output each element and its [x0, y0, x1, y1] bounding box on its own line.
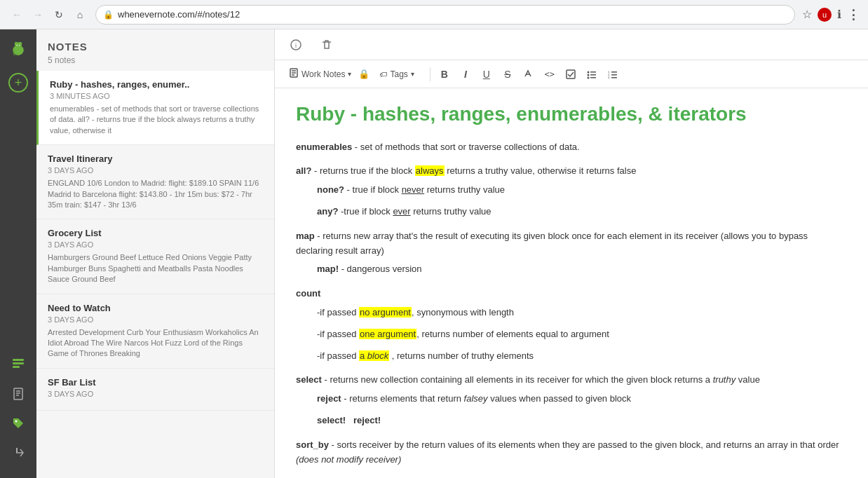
tags-label: Tags	[390, 69, 407, 79]
shield-icon[interactable]: u	[818, 8, 832, 22]
svg-rect-9	[14, 388, 22, 400]
svg-rect-7	[13, 362, 24, 364]
notebook-label: Work Notes	[301, 69, 345, 79]
select-term: select	[296, 374, 322, 385]
note-date-1: 3 MINUTES AGO	[50, 92, 263, 100]
editor-top-toolbar: i	[275, 29, 868, 60]
note-item-2[interactable]: Travel Itinerary 3 DAYS AGO ENGLAND 10/6…	[36, 145, 274, 219]
icon-sidebar: +	[0, 29, 36, 478]
svg-rect-6	[13, 359, 24, 361]
bottom-icon-group	[7, 353, 29, 471]
note-title-4: Need to Watch	[48, 303, 263, 313]
app-container: +	[0, 29, 868, 478]
all-term: all?	[296, 165, 311, 176]
notebook-icon-small	[289, 68, 299, 80]
block-highlight: a block	[359, 350, 389, 361]
svg-text:i: i	[295, 42, 297, 49]
checkbox-button[interactable]	[561, 64, 581, 84]
lock-icon: 🔒	[103, 10, 114, 20]
evernote-logo[interactable]	[6, 36, 30, 60]
map-term: map	[296, 231, 315, 241]
editor-content-area[interactable]: Ruby - hashes, ranges, enumerables, & it…	[275, 88, 868, 478]
map-excl-paragraph: map! - dangerous version	[317, 262, 847, 277]
note-title-5: SF Bar List	[48, 377, 263, 388]
url-input[interactable]	[118, 9, 787, 20]
truthy-italic: truthy	[713, 374, 736, 385]
all-paragraph: all? - returns true if the block always …	[296, 164, 847, 179]
reject-excl-term: reject!	[353, 415, 381, 425]
more-menu-icon[interactable]: ⋮	[847, 7, 860, 22]
svg-rect-31	[611, 71, 617, 73]
forward-button[interactable]: →	[29, 6, 46, 23]
notes-list: Ruby - hashes, ranges, enumer.. 3 MINUTE…	[36, 71, 274, 478]
svg-point-13	[15, 421, 18, 423]
browser-nav-buttons: ← → ↻ ⌂	[8, 6, 88, 23]
tags-chevron-icon: ▾	[411, 70, 414, 78]
note-item-5[interactable]: SF Bar List 3 DAYS AGO	[36, 369, 274, 411]
notes-list-panel: NOTES 5 notes Ruby - hashes, ranges, enu…	[36, 29, 275, 478]
lock-tag-icon: 🔒	[358, 69, 369, 79]
italic-button[interactable]: I	[456, 64, 475, 84]
count-block-paragraph: -if passed a block , returns number of t…	[317, 349, 847, 364]
note-title-3: Grocery List	[48, 228, 263, 238]
note-date-5: 3 DAYS AGO	[48, 390, 263, 398]
note-date-2: 3 DAYS AGO	[48, 166, 263, 175]
editor-format-bar: Work Notes ▾ 🔒 🏷 Tags ▾ B I U S <>	[275, 60, 868, 88]
star-icon[interactable]: ☆	[802, 8, 812, 21]
notebook-icon[interactable]	[7, 383, 29, 405]
always-highlight: always	[415, 165, 445, 176]
bold-button[interactable]: B	[435, 64, 454, 84]
enumerables-term: enumerables	[296, 142, 352, 152]
logout-icon[interactable]	[7, 442, 29, 464]
strikethrough-button[interactable]: S	[498, 64, 517, 84]
browser-actions: ☆ u ℹ ⋮	[802, 7, 860, 22]
info-icon[interactable]: ℹ	[837, 8, 841, 21]
note-date-4: 3 DAYS AGO	[48, 315, 263, 324]
tag-icon[interactable]	[7, 412, 29, 435]
svg-rect-23	[590, 71, 596, 73]
underline-button[interactable]: U	[477, 64, 496, 84]
note-info-button[interactable]: i	[286, 35, 306, 55]
note-item-3[interactable]: Grocery List 3 DAYS AGO Hamburgers Groun…	[36, 219, 274, 294]
any-term: any?	[317, 206, 338, 217]
delete-note-button[interactable]	[317, 35, 337, 55]
note-item-1[interactable]: Ruby - hashes, ranges, enumer.. 3 MINUTE…	[36, 71, 274, 145]
note-preview-2: ENGLAND 10/6 London to Madrid: flight: $…	[48, 178, 263, 210]
code-button[interactable]: <>	[540, 64, 560, 84]
format-divider-1	[430, 67, 430, 81]
svg-text:3.: 3.	[608, 76, 610, 79]
browser-bar: ← → ↻ ⌂ 🔒 ☆ u ℹ ⋮	[0, 0, 868, 29]
one-argument-highlight: one argument	[359, 329, 416, 339]
count-term: count	[296, 288, 320, 299]
bullet-list-button[interactable]	[582, 64, 602, 84]
notebook-selector[interactable]: Work Notes ▾	[283, 66, 357, 82]
none-paragraph: none? - true if block never returns trut…	[317, 183, 847, 198]
svg-point-22	[587, 71, 589, 73]
numbered-list-button[interactable]: 1.2.3.	[603, 64, 623, 84]
note-editor: i Work Notes	[275, 29, 868, 478]
map-excl-term: map!	[317, 264, 339, 274]
count-one-arg-paragraph: -if passed one argument, returns number …	[317, 327, 847, 342]
note-date-3: 3 DAYS AGO	[48, 240, 263, 249]
any-paragraph: any? -true if block ever returns truthy …	[317, 205, 847, 219]
home-button[interactable]: ⌂	[72, 6, 88, 23]
back-button[interactable]: ←	[8, 6, 25, 23]
svg-rect-32	[611, 74, 617, 76]
svg-rect-21	[567, 70, 575, 78]
refresh-button[interactable]: ↻	[50, 6, 67, 23]
select-reject-line: select! reject!	[317, 414, 847, 428]
highlight-button[interactable]	[519, 64, 538, 84]
tags-selector[interactable]: 🏷 Tags ▾	[374, 67, 419, 81]
note-main-title: Ruby - hashes, ranges, enumerables, & it…	[296, 102, 847, 126]
sort-by-term: sort_by	[296, 439, 329, 450]
notes-count: 5 notes	[48, 55, 263, 65]
note-item-4[interactable]: Need to Watch 3 DAYS AGO Arrested Develo…	[36, 294, 274, 369]
new-note-button[interactable]: +	[8, 73, 28, 93]
svg-rect-27	[590, 77, 596, 78]
ever-underline: ever	[393, 206, 410, 217]
svg-rect-33	[611, 77, 617, 78]
falsey-italic: falsey	[464, 393, 488, 404]
address-bar[interactable]: 🔒	[95, 5, 795, 25]
notes-list-icon[interactable]	[7, 353, 29, 376]
svg-rect-25	[590, 74, 596, 76]
